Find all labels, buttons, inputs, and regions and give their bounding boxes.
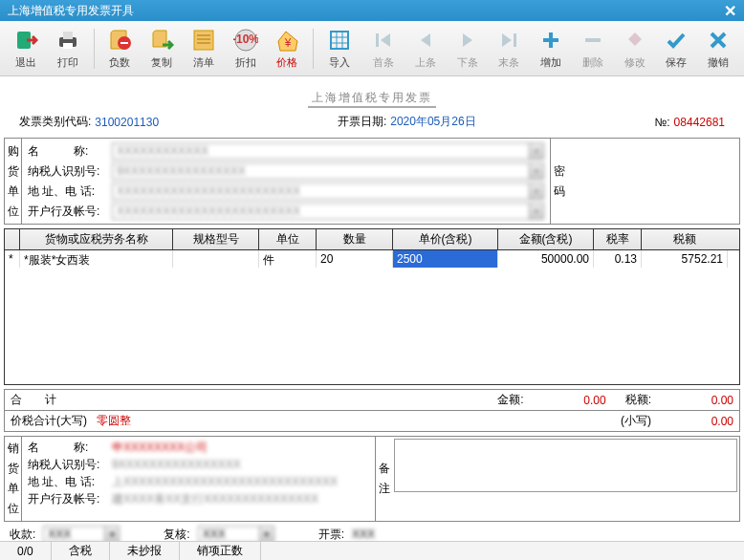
remark-side-label: 备注 <box>375 437 392 521</box>
seller-side-label: 销货单位 <box>5 437 22 521</box>
first-button[interactable]: 首条 <box>363 24 404 74</box>
table-row[interactable]: * *服装*女西装 件 20 2500 50000.00 0.13 5752.2… <box>5 250 739 268</box>
dropdown-icon[interactable]: ▼ <box>529 163 543 179</box>
reviewer-label: 复核: <box>164 527 189 543</box>
toolbar: 退出 打印 负数 复制 清单 -10%折扣 ¥价格 导入 首条 上条 下条 末条… <box>0 21 744 76</box>
col-price: 单价(含税) <box>393 229 498 249</box>
total-amount: 0.00 <box>530 394 606 407</box>
svg-rect-13 <box>331 32 348 49</box>
col-spec: 规格型号 <box>173 229 259 249</box>
date-value: 2020年05月26日 <box>390 114 475 130</box>
buyer-box: 购货单位 名 称:XXXXXXXXXXXX▼ 纳税人识别号:9XXXXXXXXX… <box>4 138 740 225</box>
seller-name: 申XXXXXXXX公司 <box>112 440 369 456</box>
col-name: 货物或应税劳务名称 <box>20 229 173 249</box>
svg-rect-6 <box>194 31 213 50</box>
cell-spec[interactable] <box>173 250 259 268</box>
discount-button[interactable]: -10%折扣 <box>226 24 266 74</box>
close-icon[interactable]: ✕ <box>724 2 736 20</box>
last-button[interactable]: 末条 <box>489 24 529 74</box>
status-taxmode: 含税 <box>52 542 110 560</box>
totals-box: 合 计 金额:0.00 税额:0.00 价税合计(大写) 零圆整 (小写)0.0… <box>4 389 740 432</box>
cell-tax[interactable]: 5752.21 <box>642 250 728 268</box>
import-button[interactable]: 导入 <box>319 24 360 74</box>
svg-rect-3 <box>63 43 73 49</box>
cell-price[interactable]: 2500 <box>393 250 498 268</box>
cell-rate[interactable]: 0.13 <box>594 250 642 268</box>
seller-box: 销货单位 名 称:申XXXXXXXX公司 纳税人识别号:9XXXXXXXXXXX… <box>4 436 740 522</box>
svg-rect-21 <box>543 38 558 42</box>
date-label: 开票日期: <box>338 114 386 130</box>
list-button[interactable]: 清单 <box>184 24 224 74</box>
buyer-addr-input[interactable]: XXXXXXXXXXXXXXXXXXXXXXXX▼ <box>112 183 544 200</box>
invoice-title: 上海增值税专用发票 <box>0 76 744 110</box>
password-side-label: 密码 <box>550 139 567 224</box>
dropdown-icon[interactable]: ▼ <box>529 183 543 199</box>
window-title: 上海增值税专用发票开具 <box>8 3 134 19</box>
status-pos: 0/0 <box>0 542 52 560</box>
buyer-name-input[interactable]: XXXXXXXXXXXX▼ <box>112 142 544 160</box>
modify-button[interactable]: 修改 <box>615 24 655 74</box>
buyer-bank-input[interactable]: XXXXXXXXXXXXXXXXXXXXXXXX▼ <box>112 203 544 220</box>
no-value: 08442681 <box>674 116 725 129</box>
total-tax: 0.00 <box>657 394 733 407</box>
svg-text:¥: ¥ <box>284 36 292 50</box>
col-rate: 税率 <box>594 229 642 249</box>
col-star <box>5 229 20 249</box>
dropdown-icon[interactable]: ▼ <box>529 204 543 219</box>
status-dir: 销项正数 <box>180 542 261 560</box>
cell-amount[interactable]: 50000.00 <box>498 250 594 268</box>
col-tax: 税额 <box>642 229 728 249</box>
buyer-taxid-input[interactable]: 9XXXXXXXXXXXXXXXX▼ <box>112 162 544 180</box>
delete-button[interactable]: 删除 <box>573 24 613 74</box>
cell-name[interactable]: *服装*女西装 <box>20 250 173 268</box>
issuer-value: XXX <box>352 528 375 541</box>
buyer-side-label: 购货单位 <box>5 139 22 224</box>
prev-button[interactable]: 上条 <box>405 24 446 74</box>
total-upper: 零圆整 <box>97 413 131 429</box>
status-bar: 0/0 含税 未抄报 销项正数 <box>0 541 744 560</box>
svg-rect-18 <box>376 33 379 47</box>
cell-unit[interactable]: 件 <box>259 250 317 268</box>
code-value: 3100201130 <box>95 116 159 129</box>
negative-button[interactable]: 负数 <box>100 24 141 74</box>
remark-input[interactable] <box>394 439 737 492</box>
dropdown-icon[interactable]: ▼ <box>529 143 543 159</box>
col-qty: 数量 <box>317 229 393 249</box>
save-button[interactable]: 保存 <box>656 24 696 74</box>
col-unit: 单位 <box>259 229 317 249</box>
seller-addr: 上XXXXXXXXXXXXXXXXXXXXXXXXXXXX <box>112 474 369 490</box>
cell-qty[interactable]: 20 <box>317 250 393 268</box>
add-button[interactable]: 增加 <box>531 24 571 74</box>
payee-label: 收款: <box>10 527 35 543</box>
print-button[interactable]: 打印 <box>48 24 88 74</box>
seller-bank: 建XXXX青XX支行XXXXXXXXXXXXXXX <box>112 491 369 507</box>
items-grid: 货物或应税劳务名称 规格型号 单位 数量 单价(含税) 金额(含税) 税率 税额… <box>4 228 740 385</box>
svg-rect-19 <box>514 33 516 47</box>
svg-text:-10%: -10% <box>233 32 258 46</box>
copy-button[interactable]: 复制 <box>142 24 182 74</box>
total-lower: 0.00 <box>657 415 733 428</box>
issuer-label: 开票: <box>318 527 344 543</box>
no-label: №: <box>654 116 669 129</box>
next-button[interactable]: 下条 <box>448 24 488 74</box>
svg-rect-2 <box>63 32 73 39</box>
exit-button[interactable]: 退出 <box>6 24 46 74</box>
code-label: 发票类别代码: <box>19 114 91 130</box>
col-amount: 金额(含税) <box>498 229 594 249</box>
cancel-button[interactable]: 撤销 <box>698 24 738 74</box>
svg-rect-5 <box>120 42 128 44</box>
status-copy: 未抄报 <box>110 542 180 560</box>
svg-rect-22 <box>585 38 601 42</box>
price-button[interactable]: ¥价格 <box>268 24 308 74</box>
seller-taxid: 9XXXXXXXXXXXXXXXX <box>112 458 369 471</box>
